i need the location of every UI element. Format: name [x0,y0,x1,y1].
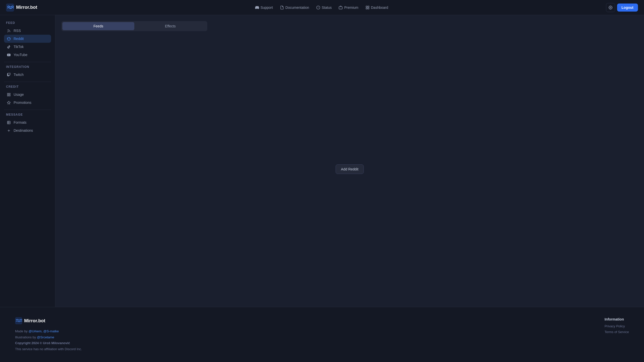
svg-rect-17 [7,95,8,96]
rss-icon [7,29,11,33]
sidebar-section-integration: Integration Twitch [4,65,51,79]
sidebar-item-destinations[interactable]: Destinations [4,126,51,134]
footer-copyright-text: Copyright 2024 © Uroš Milovanović [15,341,70,345]
svg-point-13 [7,38,8,39]
sidebar-section-label-message: Message [4,113,51,116]
reddit-icon [7,37,11,41]
tab-feeds[interactable]: Feeds [62,22,134,30]
nav-support[interactable]: Support [252,4,276,11]
footer-made-by-prefix: Made by [15,329,28,333]
sidebar-item-tiktok[interactable]: TikTok [4,43,51,51]
svg-rect-5 [366,6,367,7]
gear-icon [609,6,613,10]
sidebar-item-formats[interactable]: Formats [4,118,51,126]
sidebar-item-label-tiktok: TikTok [14,45,24,49]
sidebar-item-label-youtube: YouTube [14,53,27,57]
footer-disclaimer: This service has no affiliation with Dis… [15,346,82,352]
svg-point-9 [610,7,611,8]
nav-documentation-label: Documentation [286,6,309,10]
svg-rect-6 [368,6,369,7]
svg-rect-16 [9,93,10,94]
svg-rect-19 [7,121,10,124]
svg-rect-18 [9,95,10,96]
footer-logo: Mirror.bot [15,317,82,324]
tab-effects[interactable]: Effects [134,22,206,30]
footer-logo-text: Mirror.bot [24,318,45,324]
premium-icon [339,6,343,10]
nav-premium[interactable]: Premium [336,4,361,11]
settings-button[interactable] [606,3,615,12]
nav-support-label: Support [261,6,273,10]
svg-rect-7 [368,8,369,9]
tiktok-icon [7,45,11,49]
logout-button[interactable]: Logout [617,4,638,12]
sidebar-divider-2 [4,82,51,82]
svg-rect-8 [366,8,367,9]
footer-copyright: Copyright 2024 © Uroš Milovanović [15,340,82,346]
footer: Mirror.bot Made by @Urkem, @S-matke Illu… [0,307,644,362]
sidebar-item-label-twitch: Twitch [14,73,24,77]
footer-privacy-link[interactable]: Privacy Policy [605,324,629,328]
nav-dashboard[interactable]: Dashboard [363,4,391,11]
sidebar-item-usage[interactable]: Usage [4,90,51,99]
nav-documentation[interactable]: Documentation [277,4,312,11]
header: Mirror.bot Support Documentation Status [0,0,644,15]
header-actions: Logout [606,3,638,12]
footer-made-by-authors[interactable]: @Urkem, @S-matke [28,329,59,333]
nav-status[interactable]: Status [313,4,335,11]
sidebar-item-youtube[interactable]: YouTube [4,51,51,59]
add-reddit-button[interactable]: Add Reddit [336,164,364,174]
file-icon [280,6,284,10]
sidebar-section-label-feed: Feed [4,21,51,25]
sidebar-section-message: Message Formats Destinations [4,113,51,134]
sidebar-divider-3 [4,110,51,110]
sidebar-item-rss[interactable]: RSS [4,27,51,35]
footer-illustrations-author[interactable]: @Srcetame [37,335,54,339]
formats-icon [7,121,11,124]
sidebar-section-credit: Credit Usage Promotions [4,85,51,107]
sidebar-item-label-reddit: Reddit [14,37,24,41]
main-layout: Feed RSS Reddit [0,15,644,307]
logo-icon [6,4,14,12]
footer-right: Information Privacy Policy Terms of Serv… [605,317,629,336]
svg-point-10 [8,32,8,32]
sidebar-section-feed: Feed RSS Reddit [4,21,51,59]
footer-illustrations: Illustrations by @Srcetame [15,334,82,340]
main-content: Feeds Effects Add Reddit [55,15,644,307]
sidebar: Feed RSS Reddit [0,15,55,307]
youtube-icon [7,53,11,57]
logo: Mirror.bot [6,4,37,12]
sidebar-item-promotions[interactable]: Promotions [4,99,51,107]
twitch-icon [7,73,11,77]
sidebar-item-label-destinations: Destinations [14,128,33,132]
sidebar-section-label-credit: Credit [4,85,51,88]
dashboard-icon [366,6,370,10]
nav-premium-label: Premium [344,6,358,10]
footer-left: Mirror.bot Made by @Urkem, @S-matke Illu… [15,317,82,352]
tabs-bar: Feeds Effects [61,21,207,31]
header-nav: Support Documentation Status Premium [252,4,391,11]
sidebar-item-label-rss: RSS [14,29,21,33]
content-body: Add Reddit [61,37,638,301]
status-icon [316,6,320,10]
destinations-icon [7,129,11,132]
svg-rect-4 [339,7,342,9]
sidebar-section-label-integration: Integration [4,65,51,69]
sidebar-divider-1 [4,62,51,62]
nav-status-label: Status [322,6,332,10]
svg-rect-15 [7,93,8,94]
logo-text: Mirror.bot [16,5,37,10]
usage-icon [7,93,11,97]
promotions-icon [7,101,11,105]
sidebar-item-twitch[interactable]: Twitch [4,71,51,79]
sidebar-item-label-formats: Formats [14,120,26,124]
sidebar-item-reddit[interactable]: Reddit [4,35,51,43]
footer-made-by: Made by @Urkem, @S-matke [15,328,82,334]
sidebar-item-label-usage: Usage [14,93,24,97]
footer-terms-link[interactable]: Terms of Service [605,330,629,334]
nav-dashboard-label: Dashboard [371,6,388,10]
svg-point-12 [10,38,10,39]
footer-illustrations-prefix: Illustrations by [15,335,37,339]
footer-info-title: Information [605,317,629,321]
sidebar-item-label-promotions: Promotions [14,101,31,105]
